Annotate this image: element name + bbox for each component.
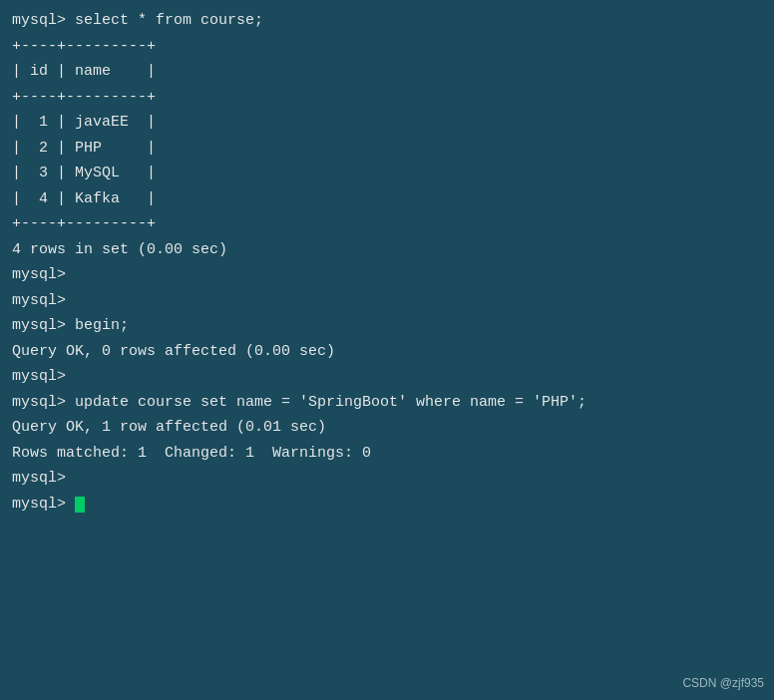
- watermark: CSDN @zjf935: [682, 676, 764, 690]
- terminal-line: | 2 | PHP |: [12, 136, 762, 162]
- terminal-line: mysql> update course set name = 'SpringB…: [12, 390, 762, 416]
- terminal-line: mysql> begin;: [12, 313, 762, 339]
- terminal-line: | 1 | javaEE |: [12, 110, 762, 136]
- terminal-line: mysql>: [12, 466, 762, 492]
- terminal-window: mysql> select * from course;+----+------…: [0, 0, 774, 700]
- terminal-line: mysql> select * from course;: [12, 8, 762, 34]
- terminal-line: Query OK, 1 row affected (0.01 sec): [12, 415, 762, 441]
- terminal-line: mysql>: [12, 492, 762, 518]
- terminal-line: mysql>: [12, 288, 762, 314]
- terminal-line: | 4 | Kafka |: [12, 186, 762, 212]
- terminal-cursor: [75, 497, 85, 513]
- terminal-line: mysql>: [12, 262, 762, 288]
- terminal-line: +----+---------+: [12, 85, 762, 111]
- terminal-line: Rows matched: 1 Changed: 1 Warnings: 0: [12, 441, 762, 467]
- terminal-line: 4 rows in set (0.00 sec): [12, 237, 762, 263]
- terminal-line: Query OK, 0 rows affected (0.00 sec): [12, 339, 762, 365]
- terminal-content: mysql> select * from course;+----+------…: [12, 8, 762, 517]
- terminal-line: +----+---------+: [12, 34, 762, 60]
- terminal-line: | id | name |: [12, 59, 762, 85]
- terminal-line: mysql>: [12, 364, 762, 390]
- terminal-line: +----+---------+: [12, 211, 762, 237]
- terminal-line: | 3 | MySQL |: [12, 161, 762, 186]
